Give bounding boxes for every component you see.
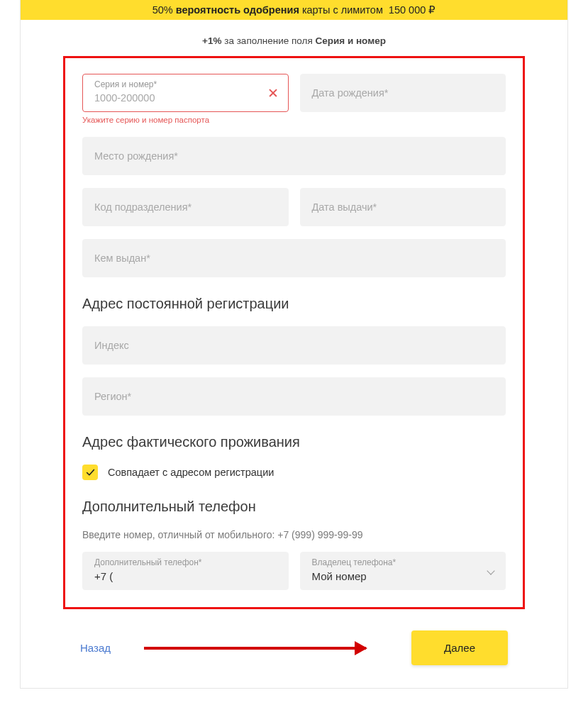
section-additional-phone: Дополнительный телефон	[82, 499, 506, 515]
series-number-input[interactable]: Серия и номер* 1000-200000	[82, 74, 289, 112]
form-highlight-box: Серия и номер* 1000-200000 Укажите серию…	[63, 56, 525, 609]
same-address-checkbox[interactable]	[82, 465, 98, 480]
clear-icon[interactable]	[268, 88, 278, 98]
phone-owner-select[interactable]: Владелец телефона* Мой номер	[300, 552, 506, 590]
banner-percent: 50%	[152, 4, 173, 16]
dept-code-input[interactable]: Код подразделения*	[82, 188, 289, 226]
additional-phone-label: Дополнительный телефон*	[94, 557, 202, 567]
nav-row: Назад Далее	[80, 630, 508, 665]
region-placeholder: Регион*	[94, 391, 131, 402]
banner-tail: карты с лимитом	[302, 4, 383, 16]
birth-date-input[interactable]: Дата рождения*	[300, 74, 506, 112]
additional-phone-value: +7 (	[94, 570, 113, 582]
annotation-arrow	[144, 647, 366, 650]
phone-hint: Введите номер, отличный от мобильного: +…	[82, 529, 506, 540]
dept-code-placeholder: Код подразделения*	[94, 201, 192, 213]
phone-owner-value: Мой номер	[312, 570, 367, 582]
phone-owner-label: Владелец телефона*	[312, 557, 396, 567]
birth-place-placeholder: Место рождения*	[94, 150, 178, 162]
postal-input[interactable]: Индекс	[82, 326, 506, 365]
birth-place-input[interactable]: Место рождения*	[82, 137, 506, 175]
chevron-down-icon	[487, 567, 495, 575]
region-input[interactable]: Регион*	[82, 377, 506, 416]
postal-placeholder: Индекс	[94, 340, 129, 351]
same-address-label: Совпадает с адресом регистрации	[108, 467, 274, 478]
issue-date-input[interactable]: Дата выдачи*	[300, 188, 506, 226]
bonus-percent: +1%	[202, 35, 221, 46]
issued-by-placeholder: Кем выдан*	[94, 252, 150, 264]
bonus-field-name: Серия и номер	[315, 35, 385, 46]
approval-banner: 50% вероятность одобрения карты с лимито…	[21, 0, 567, 20]
issue-date-placeholder: Дата выдачи*	[312, 201, 377, 213]
bonus-text: за заполнение поля	[224, 35, 312, 46]
birth-date-placeholder: Дата рождения*	[312, 87, 389, 99]
bonus-hint: +1% за заполнение поля Серия и номер	[21, 20, 567, 53]
additional-phone-input[interactable]: Дополнительный телефон* +7 (	[82, 552, 289, 590]
issued-by-input[interactable]: Кем выдан*	[82, 239, 506, 277]
banner-strong: вероятность одобрения	[176, 4, 299, 16]
series-error: Укажите серию и номер паспорта	[82, 116, 289, 124]
section-registration-address: Адрес постоянной регистрации	[82, 296, 506, 312]
next-button[interactable]: Далее	[411, 630, 508, 665]
section-actual-address: Адрес фактического проживания	[82, 434, 506, 450]
series-placeholder: 1000-200000	[94, 92, 155, 104]
series-label: Серия и номер*	[94, 79, 157, 89]
check-icon	[86, 468, 95, 477]
banner-amount: 150 000 ₽	[389, 4, 436, 16]
back-link[interactable]: Назад	[80, 642, 111, 654]
